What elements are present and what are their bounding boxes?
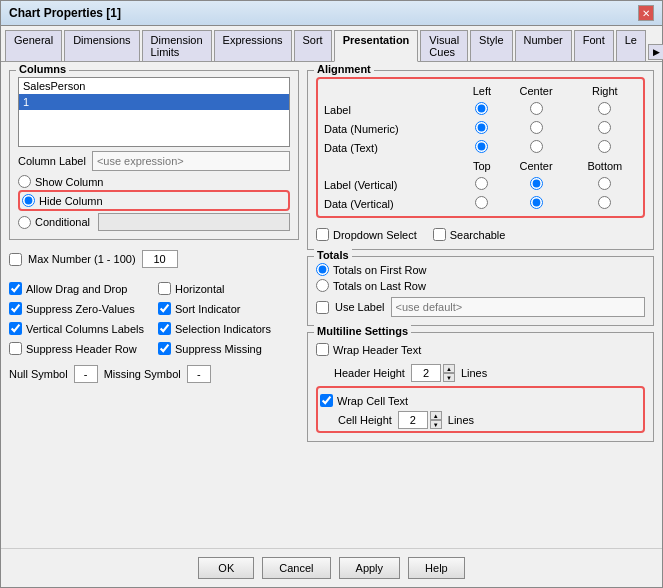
text-center-radio[interactable]: [530, 140, 543, 153]
searchable-checkbox[interactable]: [433, 228, 446, 241]
sort-indicator-row: Sort Indicator: [158, 302, 299, 315]
vdata-top-radio[interactable]: [475, 196, 488, 209]
header-height-up[interactable]: ▲: [443, 364, 455, 373]
tab-dimension-limits[interactable]: Dimension Limits: [142, 30, 212, 61]
totals-first-label: Totals on First Row: [333, 264, 427, 276]
close-button[interactable]: ✕: [638, 5, 654, 21]
allow-drag-row: Allow Drag and Drop: [9, 282, 150, 295]
align-col-center: Center: [504, 83, 569, 99]
show-column-label: Show Column: [35, 176, 103, 188]
tab-number[interactable]: Number: [515, 30, 572, 61]
wrap-header-row: Wrap Header Text: [316, 343, 645, 356]
vertical-columns-checkbox[interactable]: [9, 322, 22, 335]
totals-first-radio[interactable]: [316, 263, 329, 276]
sort-indicator-checkbox[interactable]: [158, 302, 171, 315]
use-label-input[interactable]: [391, 297, 645, 317]
suppress-missing-label: Suppress Missing: [175, 343, 262, 355]
missing-symbol-input[interactable]: [187, 365, 211, 383]
wrap-cell-highlighted: Wrap Cell Text Cell Height ▲ ▼: [316, 386, 645, 433]
suppress-header-checkbox[interactable]: [9, 342, 22, 355]
null-symbol-label: Null Symbol: [9, 368, 68, 380]
dropdown-select-label: Dropdown Select: [333, 229, 417, 241]
align-col-right: Right: [571, 83, 639, 99]
conditional-label: Conditional: [35, 216, 90, 228]
cell-height-spinner: ▲ ▼: [398, 411, 442, 429]
horizontal-label: Horizontal: [175, 283, 225, 295]
listbox-item-salesperson[interactable]: SalesPerson: [19, 78, 289, 94]
ok-button[interactable]: OK: [198, 557, 254, 579]
suppress-missing-checkbox[interactable]: [158, 342, 171, 355]
label-left-radio[interactable]: [475, 102, 488, 115]
vlabel-top-radio[interactable]: [475, 177, 488, 190]
tab-presentation[interactable]: Presentation: [334, 30, 419, 62]
tab-visual-cues[interactable]: Visual Cues: [420, 30, 468, 61]
max-number-input[interactable]: [142, 250, 178, 268]
conditional-radio[interactable]: [18, 216, 31, 229]
wrap-cell-row: Wrap Cell Text: [320, 394, 641, 407]
alignment-table: Left Center Right Label Data (Numeric): [320, 81, 641, 214]
cell-height-up[interactable]: ▲: [430, 411, 442, 420]
suppress-zero-checkbox[interactable]: [9, 302, 22, 315]
tab-expressions[interactable]: Expressions: [214, 30, 292, 61]
show-column-radio[interactable]: [18, 175, 31, 188]
tab-sort[interactable]: Sort: [294, 30, 332, 61]
align-col-left: Left: [462, 83, 501, 99]
cell-height-row: Cell Height ▲ ▼ Lines: [338, 411, 641, 429]
listbox-item-1[interactable]: 1: [19, 94, 289, 110]
null-symbol-input[interactable]: [74, 365, 98, 383]
apply-button[interactable]: Apply: [339, 557, 401, 579]
cell-height-spinner-btns: ▲ ▼: [430, 411, 442, 429]
numeric-center-radio[interactable]: [530, 121, 543, 134]
missing-symbol-label: Missing Symbol: [104, 368, 181, 380]
header-height-down[interactable]: ▼: [443, 373, 455, 382]
options-checkboxes: Allow Drag and Drop Horizontal Suppress …: [9, 278, 299, 355]
conditional-row: Conditional: [18, 213, 290, 231]
wrap-cell-checkbox[interactable]: [320, 394, 333, 407]
tab-nav-next[interactable]: ▶: [648, 44, 663, 60]
label-center-radio[interactable]: [530, 102, 543, 115]
totals-last-radio[interactable]: [316, 279, 329, 292]
text-left-radio[interactable]: [475, 140, 488, 153]
window-title: Chart Properties [1]: [9, 6, 121, 20]
hide-column-radio[interactable]: [22, 194, 35, 207]
cancel-button[interactable]: Cancel: [262, 557, 330, 579]
max-number-checkbox[interactable]: [9, 253, 22, 266]
use-label-checkbox[interactable]: [316, 301, 329, 314]
vdata-bottom-radio[interactable]: [598, 196, 611, 209]
totals-group-label: Totals: [314, 249, 352, 261]
cell-height-down[interactable]: ▼: [430, 420, 442, 429]
use-label-label: Use Label: [335, 301, 385, 313]
tab-general[interactable]: General: [5, 30, 62, 61]
help-button[interactable]: Help: [408, 557, 465, 579]
text-right-radio[interactable]: [598, 140, 611, 153]
label-right-radio[interactable]: [598, 102, 611, 115]
max-number-row: Max Number (1 - 100): [9, 250, 299, 268]
tab-dimensions[interactable]: Dimensions: [64, 30, 139, 61]
conditional-input[interactable]: [98, 213, 290, 231]
selection-indicators-checkbox[interactable]: [158, 322, 171, 335]
tab-le[interactable]: Le: [616, 30, 646, 61]
alignment-group-label: Alignment: [314, 63, 374, 75]
horizontal-checkbox[interactable]: [158, 282, 171, 295]
vlabel-center-radio[interactable]: [530, 177, 543, 190]
vlabel-bottom-radio[interactable]: [598, 177, 611, 190]
numeric-left-radio[interactable]: [475, 121, 488, 134]
allow-drag-checkbox[interactable]: [9, 282, 22, 295]
cell-height-input[interactable]: [398, 411, 428, 429]
tab-font[interactable]: Font: [574, 30, 614, 61]
suppress-header-row: Suppress Header Row: [9, 342, 150, 355]
numeric-right-radio[interactable]: [598, 121, 611, 134]
dropdown-select-checkbox[interactable]: [316, 228, 329, 241]
columns-listbox[interactable]: SalesPerson 1: [18, 77, 290, 147]
column-label-input[interactable]: [92, 151, 290, 171]
searchable-row: Searchable: [433, 228, 506, 241]
right-panel: Alignment Left Center Right Label: [307, 70, 654, 540]
header-height-input[interactable]: [411, 364, 441, 382]
column-label-row: Column Label: [18, 151, 290, 171]
totals-last-row: Totals on Last Row: [316, 279, 645, 292]
tab-style[interactable]: Style: [470, 30, 512, 61]
main-content: Columns SalesPerson 1 Column Label Show …: [1, 62, 662, 548]
wrap-header-checkbox[interactable]: [316, 343, 329, 356]
vdata-center-radio[interactable]: [530, 196, 543, 209]
cell-height-label: Cell Height: [338, 414, 392, 426]
